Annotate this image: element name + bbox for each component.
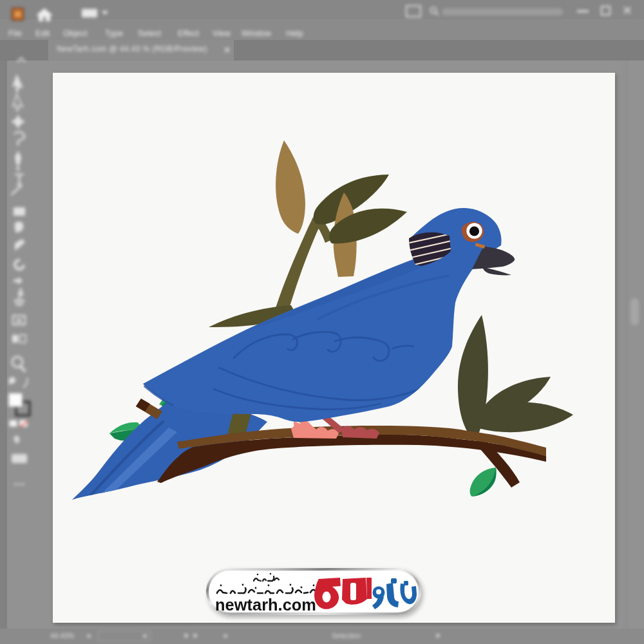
- svg-text:newtarh.com: newtarh.com: [215, 595, 316, 614]
